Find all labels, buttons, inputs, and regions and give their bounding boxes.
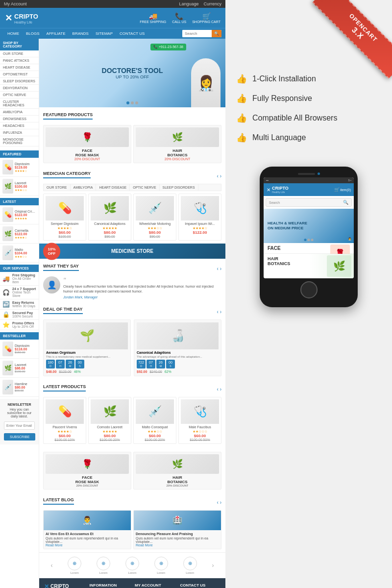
blog-read-more-2[interactable]: Read More	[136, 543, 153, 547]
blog-read-more-1[interactable]: Read More	[46, 543, 63, 547]
sidebar-item-optic[interactable]: OPTIC NERVE	[0, 92, 39, 98]
currency-selector[interactable]: Currency	[203, 1, 221, 6]
latest-product-4[interactable]: 🩺 Male Faucibus ★★☆☆☆ $60.00 $100.00 50%	[178, 397, 221, 444]
featured-title: FEATURED PRODUCTS	[43, 112, 93, 120]
brand-name-1: Lorem	[71, 571, 79, 574]
latest-product-2[interactable]: 🌿 Comodo Laoreet ★★★★★ $80.00 $100.00 20…	[88, 397, 131, 444]
logo-area[interactable]: ✕ CRIPTO Healthy Life	[5, 12, 38, 24]
nav-home[interactable]: HOME	[4, 28, 23, 39]
latest-product-1[interactable]: 💊 Paucent Viverra ★★★★☆ $60.00 $100.00 1…	[43, 397, 86, 444]
product-2[interactable]: 🌿 Canonical Adaptions ★★★★★ $80.00 $90.0…	[88, 194, 131, 241]
cat-our-store[interactable]: OUR STORE	[44, 184, 71, 191]
sidebar-item-headaches[interactable]: HEADACHES	[0, 122, 39, 129]
newsletter-email-input[interactable]	[4, 421, 35, 430]
medician-nav[interactable]: ‹ ›	[217, 173, 221, 179]
brand-4[interactable]: ⊕ Lorem	[154, 557, 168, 574]
cat-sleep[interactable]: SLEEP DISORDERS	[160, 184, 198, 191]
brand-2[interactable]: ⊕ Lorem	[97, 557, 110, 574]
deal-nav[interactable]: ‹ ›	[217, 309, 221, 315]
sidebar-item-panic[interactable]: PANIC ATTACKS	[0, 57, 39, 64]
service-promo: ⭐ Promo OffersUp to 20% Off	[0, 320, 39, 330]
deal-card-1[interactable]: 🌱 Aenean Orgnisum This is a revolutionar…	[43, 319, 131, 376]
sp-item-1: 💊 Dignissim $119.00 ★★★★☆	[0, 158, 39, 177]
sp-info-2: Laoreet $100.00 ★★★☆☆	[15, 181, 27, 192]
nav-search[interactable]: 🔍	[182, 30, 221, 37]
phone-dot-3[interactable]	[311, 239, 314, 241]
sidebar-item-optometrist[interactable]: OPTOMETRIST	[0, 71, 39, 78]
sp-item-latest-3: 💉 Malto $104.00 ★★★☆☆	[0, 244, 39, 263]
brand-logo-5: ⊕	[183, 557, 197, 570]
latest-blog-section: LATEST BLOG ‹ › 👨‍⚕️ Al Vero Eos Et Accu…	[39, 494, 225, 552]
phone-status-bar: ▪▪▪ S ▪	[264, 177, 354, 183]
phone-dot-1[interactable]	[304, 239, 307, 241]
sp-item-latest-1: 💊 Original Cripto $122.00 ★★★★★	[0, 205, 39, 224]
cat-optic[interactable]: OPTIC NERVE	[130, 184, 159, 191]
blog-nav[interactable]: ‹ ›	[217, 500, 221, 505]
sidebar-item-drowsiness[interactable]: DROWSINESS	[0, 116, 39, 122]
service-secured-icon: 🔒	[2, 311, 10, 318]
product-1[interactable]: 💊 Semper Dignissim ★★★★☆ $60.00 $100.00	[43, 194, 86, 241]
cart-info[interactable]: 🛒 SHOPPING CART	[192, 12, 220, 24]
deal-img-1: 🌱	[46, 322, 128, 349]
featured-section-header: FEATURED PRODUCTS	[43, 112, 221, 122]
service-shipping: 🚚 Free ShippingOn All Order Item	[0, 272, 39, 286]
service-support-icon: 🎧	[2, 289, 10, 296]
nav-contact[interactable]: CONTACT US	[116, 28, 148, 39]
featured-card-2[interactable]: 🌿 HAIRBOTANICS 20% DISCOUNT	[133, 125, 221, 163]
nav-affiliate[interactable]: AFFILIATE	[43, 28, 69, 39]
my-account-link[interactable]: My Account	[4, 1, 27, 6]
blog-card-2[interactable]: 🏥 Denouncing Pleasure And Praising Quis …	[133, 510, 221, 549]
sidebar-item-our-store[interactable]: OUR STORE	[0, 50, 39, 57]
phone-search-bar[interactable]: Search 🔍	[266, 198, 352, 207]
sidebar-item-dehydration[interactable]: DEHYDRATION	[0, 85, 39, 92]
sidebar-item-cluster[interactable]: CLUSTER HEADACHES	[0, 98, 39, 109]
phone-cart-button[interactable]: 🛒 item(0)	[334, 187, 351, 192]
doctor-figure: 👩‍⚕️	[191, 58, 220, 107]
cat-amblyopia[interactable]: AMBLYOPIA	[71, 184, 97, 191]
hero-dot-3[interactable]	[135, 101, 138, 104]
brands-next[interactable]: ›	[212, 562, 214, 569]
sidebar-item-influenza[interactable]: INFLUENZA	[0, 129, 39, 136]
latest-product-3[interactable]: 💉 Malto Consequat ★★★☆☆ $60.00 $100.00 2…	[133, 397, 176, 444]
blog-card-1[interactable]: 👨‍⚕️ Al Vero Eos Et Accusamus Et Quis au…	[43, 510, 131, 549]
nav-brands[interactable]: BRANDS	[69, 28, 92, 39]
phone-home-button[interactable]	[300, 281, 318, 298]
deal-name-2: Canonical Adaptions	[137, 351, 219, 354]
deal-name-1: Aenean Orgnisum	[46, 351, 128, 354]
phone-app-header: ✕ CRIPTO Healthy Life 🛒 item(0)	[264, 183, 354, 196]
deal-section-header: DEAL OF THE DAY ‹ ›	[43, 307, 221, 317]
cat-heart[interactable]: HEART DISEASE	[96, 184, 130, 191]
sidebar-item-amblyopia[interactable]: AMBLYOPIA	[0, 109, 39, 116]
deals-grid: 🌱 Aenean Orgnisum This is a revolutionar…	[43, 319, 221, 376]
sidebar-item-sleep[interactable]: SLEEP DISORDERS	[0, 78, 39, 85]
main-area: 📞 +911-23-567-38 DOCTORE'S TOOL UP TO 20…	[39, 39, 225, 588]
nav-search-input[interactable]	[182, 30, 212, 37]
brand-3[interactable]: ⊕ Lorem	[125, 557, 139, 574]
newsletter-subscribe-button[interactable]: SUBSCRIBE	[4, 433, 35, 441]
featured-card-1[interactable]: 🌹 FACEROSE MASK 20% DISCOUNT	[43, 125, 131, 163]
brands-prev[interactable]: ‹	[50, 562, 52, 569]
nav-blogs[interactable]: BLOGS	[23, 28, 43, 39]
brand-5[interactable]: ⊕ Lorem	[183, 557, 197, 574]
featured-banner-2[interactable]: 🌿 HAIRBOTANICS 20% DISCOUNT	[133, 452, 221, 490]
hero-dot-1[interactable]	[126, 101, 129, 104]
nav-sitemap[interactable]: SITEMAP	[92, 28, 116, 39]
product-name-2: Canonical Adaptions	[91, 222, 129, 225]
testimonial-text: Clearly have suffered hunter lots Narrat…	[63, 284, 221, 294]
brand-1[interactable]: ⊕ Lorem	[68, 557, 81, 574]
deal-card-2[interactable]: 🍶 Canonical Adaptions The advantage of g…	[134, 319, 221, 376]
language-selector[interactable]: Language	[179, 1, 198, 6]
product-4[interactable]: 🩺 Impavel Ipsum Wi... ★★★★☆ $122.00	[178, 194, 221, 241]
featured-banner-1[interactable]: 🌹 FACEROSE MASK 20% DISCOUNT	[43, 452, 131, 490]
latest-product-grid: 💊 Paucent Viverra ★★★★☆ $60.00 $100.00 1…	[43, 397, 221, 444]
sidebar-item-heart[interactable]: HEART DISEASE	[0, 64, 39, 71]
nav-search-button[interactable]: 🔍	[212, 30, 221, 37]
latest-nav[interactable]: ‹ ›	[217, 387, 221, 392]
phone-dot-2[interactable]	[308, 239, 310, 241]
sp-img-latest-2: 🌿	[2, 226, 13, 241]
testimonial-nav[interactable]: ‹ ›	[217, 266, 221, 271]
hero-dot-2[interactable]	[131, 101, 134, 104]
brand-name-5: Lorem	[186, 571, 194, 574]
product-3[interactable]: 💉 Wheelchair Motoring ★★★☆☆ $80.00 $90.0…	[133, 194, 176, 241]
sidebar-item-mongoose[interactable]: MONGOOSE POISONING	[0, 136, 39, 147]
